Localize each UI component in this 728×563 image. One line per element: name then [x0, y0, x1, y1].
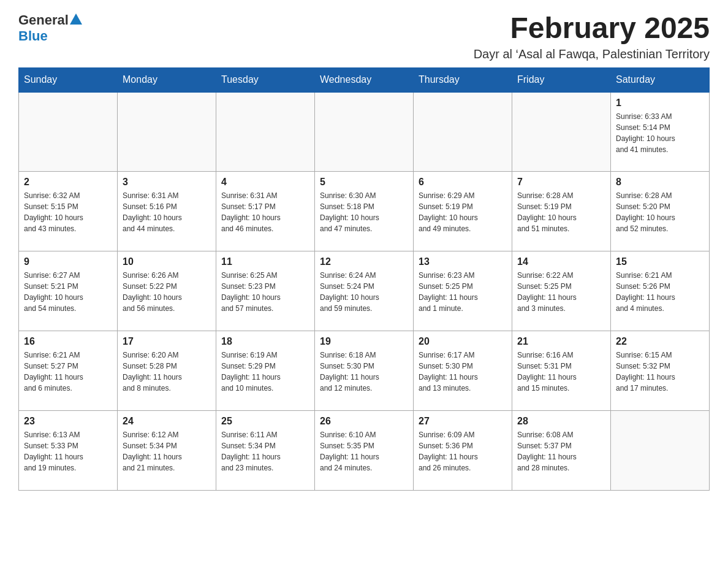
- calendar-week-row: 9Sunrise: 6:27 AM Sunset: 5:21 PM Daylig…: [19, 251, 710, 331]
- day-info: Sunrise: 6:31 AM Sunset: 5:16 PM Dayligh…: [123, 190, 211, 234]
- calendar-cell: 3Sunrise: 6:31 AM Sunset: 5:16 PM Daylig…: [118, 172, 216, 251]
- day-number: 24: [123, 416, 211, 427]
- day-header-sunday: Sunday: [19, 67, 118, 92]
- month-title: February 2025: [474, 12, 710, 45]
- calendar-cell: 6Sunrise: 6:29 AM Sunset: 5:19 PM Daylig…: [414, 172, 512, 251]
- day-number: 19: [320, 336, 408, 347]
- day-header-wednesday: Wednesday: [315, 67, 414, 92]
- day-number: 22: [616, 336, 704, 347]
- day-header-friday: Friday: [512, 67, 611, 92]
- day-number: 4: [221, 177, 309, 188]
- calendar-cell: 24Sunrise: 6:12 AM Sunset: 5:34 PM Dayli…: [118, 411, 216, 491]
- day-number: 13: [419, 256, 507, 267]
- day-info: Sunrise: 6:22 AM Sunset: 5:25 PM Dayligh…: [517, 270, 605, 314]
- calendar-cell: 2Sunrise: 6:32 AM Sunset: 5:15 PM Daylig…: [19, 172, 118, 251]
- day-info: Sunrise: 6:24 AM Sunset: 5:24 PM Dayligh…: [320, 270, 408, 314]
- day-info: Sunrise: 6:18 AM Sunset: 5:30 PM Dayligh…: [320, 350, 408, 394]
- calendar-cell: 5Sunrise: 6:30 AM Sunset: 5:18 PM Daylig…: [315, 172, 414, 251]
- calendar-cell: 16Sunrise: 6:21 AM Sunset: 5:27 PM Dayli…: [19, 331, 118, 411]
- calendar-cell: 26Sunrise: 6:10 AM Sunset: 5:35 PM Dayli…: [315, 411, 414, 491]
- calendar-week-row: 2Sunrise: 6:32 AM Sunset: 5:15 PM Daylig…: [19, 172, 710, 251]
- day-number: 1: [616, 98, 704, 109]
- day-number: 6: [419, 177, 507, 188]
- location-title: Dayr al ‘Asal al Fawqa, Palestinian Terr…: [474, 47, 710, 61]
- calendar-week-row: 1Sunrise: 6:33 AM Sunset: 5:14 PM Daylig…: [19, 92, 710, 172]
- day-info: Sunrise: 6:09 AM Sunset: 5:36 PM Dayligh…: [419, 429, 507, 473]
- day-info: Sunrise: 6:19 AM Sunset: 5:29 PM Dayligh…: [221, 350, 309, 394]
- day-info: Sunrise: 6:25 AM Sunset: 5:23 PM Dayligh…: [221, 270, 309, 314]
- day-info: Sunrise: 6:23 AM Sunset: 5:25 PM Dayligh…: [419, 270, 507, 314]
- day-number: 21: [517, 336, 605, 347]
- day-info: Sunrise: 6:28 AM Sunset: 5:19 PM Dayligh…: [517, 190, 605, 234]
- calendar-cell: [216, 92, 315, 172]
- calendar-cell: 9Sunrise: 6:27 AM Sunset: 5:21 PM Daylig…: [19, 251, 118, 331]
- calendar-cell: [19, 92, 118, 172]
- day-info: Sunrise: 6:29 AM Sunset: 5:19 PM Dayligh…: [419, 190, 507, 234]
- day-number: 2: [24, 177, 112, 188]
- calendar-cell: [512, 92, 611, 172]
- day-number: 28: [517, 416, 605, 427]
- calendar-cell: 22Sunrise: 6:15 AM Sunset: 5:32 PM Dayli…: [611, 331, 710, 411]
- day-header-saturday: Saturday: [611, 67, 710, 92]
- day-number: 7: [517, 177, 605, 188]
- calendar-header-row: SundayMondayTuesdayWednesdayThursdayFrid…: [19, 67, 710, 92]
- page-header: General Blue February 2025 Dayr al ‘Asal…: [18, 12, 710, 61]
- day-number: 23: [24, 416, 112, 427]
- day-number: 3: [123, 177, 211, 188]
- calendar-cell: 4Sunrise: 6:31 AM Sunset: 5:17 PM Daylig…: [216, 172, 315, 251]
- day-number: 20: [419, 336, 507, 347]
- calendar-week-row: 23Sunrise: 6:13 AM Sunset: 5:33 PM Dayli…: [19, 411, 710, 491]
- day-info: Sunrise: 6:32 AM Sunset: 5:15 PM Dayligh…: [24, 190, 112, 234]
- logo-triangle-icon: [70, 13, 82, 25]
- day-header-tuesday: Tuesday: [216, 67, 315, 92]
- day-info: Sunrise: 6:12 AM Sunset: 5:34 PM Dayligh…: [123, 429, 211, 473]
- day-header-monday: Monday: [118, 67, 216, 92]
- calendar-cell: 20Sunrise: 6:17 AM Sunset: 5:30 PM Dayli…: [414, 331, 512, 411]
- logo: General Blue: [18, 12, 83, 44]
- day-number: 18: [221, 336, 309, 347]
- day-info: Sunrise: 6:11 AM Sunset: 5:34 PM Dayligh…: [221, 429, 309, 473]
- calendar-cell: 21Sunrise: 6:16 AM Sunset: 5:31 PM Dayli…: [512, 331, 611, 411]
- day-number: 17: [123, 336, 211, 347]
- day-info: Sunrise: 6:15 AM Sunset: 5:32 PM Dayligh…: [616, 350, 704, 394]
- calendar-cell: [315, 92, 414, 172]
- calendar-cell: 25Sunrise: 6:11 AM Sunset: 5:34 PM Dayli…: [216, 411, 315, 491]
- day-number: 14: [517, 256, 605, 267]
- calendar-table: SundayMondayTuesdayWednesdayThursdayFrid…: [18, 67, 710, 491]
- day-number: 26: [320, 416, 408, 427]
- title-section: February 2025 Dayr al ‘Asal al Fawqa, Pa…: [474, 12, 710, 61]
- day-info: Sunrise: 6:08 AM Sunset: 5:37 PM Dayligh…: [517, 429, 605, 473]
- calendar-cell: 1Sunrise: 6:33 AM Sunset: 5:14 PM Daylig…: [611, 92, 710, 172]
- calendar-week-row: 16Sunrise: 6:21 AM Sunset: 5:27 PM Dayli…: [19, 331, 710, 411]
- calendar-cell: 27Sunrise: 6:09 AM Sunset: 5:36 PM Dayli…: [414, 411, 512, 491]
- calendar-cell: 10Sunrise: 6:26 AM Sunset: 5:22 PM Dayli…: [118, 251, 216, 331]
- calendar-cell: 18Sunrise: 6:19 AM Sunset: 5:29 PM Dayli…: [216, 331, 315, 411]
- calendar-cell: 17Sunrise: 6:20 AM Sunset: 5:28 PM Dayli…: [118, 331, 216, 411]
- day-number: 11: [221, 256, 309, 267]
- day-number: 10: [123, 256, 211, 267]
- calendar-cell: [118, 92, 216, 172]
- calendar-cell: 15Sunrise: 6:21 AM Sunset: 5:26 PM Dayli…: [611, 251, 710, 331]
- calendar-cell: 28Sunrise: 6:08 AM Sunset: 5:37 PM Dayli…: [512, 411, 611, 491]
- day-number: 5: [320, 177, 408, 188]
- day-info: Sunrise: 6:31 AM Sunset: 5:17 PM Dayligh…: [221, 190, 309, 234]
- calendar-cell: 14Sunrise: 6:22 AM Sunset: 5:25 PM Dayli…: [512, 251, 611, 331]
- calendar-cell: [611, 411, 710, 491]
- day-number: 27: [419, 416, 507, 427]
- day-info: Sunrise: 6:28 AM Sunset: 5:20 PM Dayligh…: [616, 190, 704, 234]
- calendar-cell: 7Sunrise: 6:28 AM Sunset: 5:19 PM Daylig…: [512, 172, 611, 251]
- logo-blue-text: Blue: [18, 28, 48, 44]
- calendar-cell: 12Sunrise: 6:24 AM Sunset: 5:24 PM Dayli…: [315, 251, 414, 331]
- day-info: Sunrise: 6:21 AM Sunset: 5:26 PM Dayligh…: [616, 270, 704, 314]
- day-number: 8: [616, 177, 704, 188]
- day-info: Sunrise: 6:20 AM Sunset: 5:28 PM Dayligh…: [123, 350, 211, 394]
- day-number: 25: [221, 416, 309, 427]
- day-number: 12: [320, 256, 408, 267]
- day-info: Sunrise: 6:33 AM Sunset: 5:14 PM Dayligh…: [616, 111, 704, 155]
- day-info: Sunrise: 6:13 AM Sunset: 5:33 PM Dayligh…: [24, 429, 112, 473]
- day-info: Sunrise: 6:16 AM Sunset: 5:31 PM Dayligh…: [517, 350, 605, 394]
- day-info: Sunrise: 6:10 AM Sunset: 5:35 PM Dayligh…: [320, 429, 408, 473]
- calendar-cell: 8Sunrise: 6:28 AM Sunset: 5:20 PM Daylig…: [611, 172, 710, 251]
- calendar-cell: 23Sunrise: 6:13 AM Sunset: 5:33 PM Dayli…: [19, 411, 118, 491]
- day-info: Sunrise: 6:17 AM Sunset: 5:30 PM Dayligh…: [419, 350, 507, 394]
